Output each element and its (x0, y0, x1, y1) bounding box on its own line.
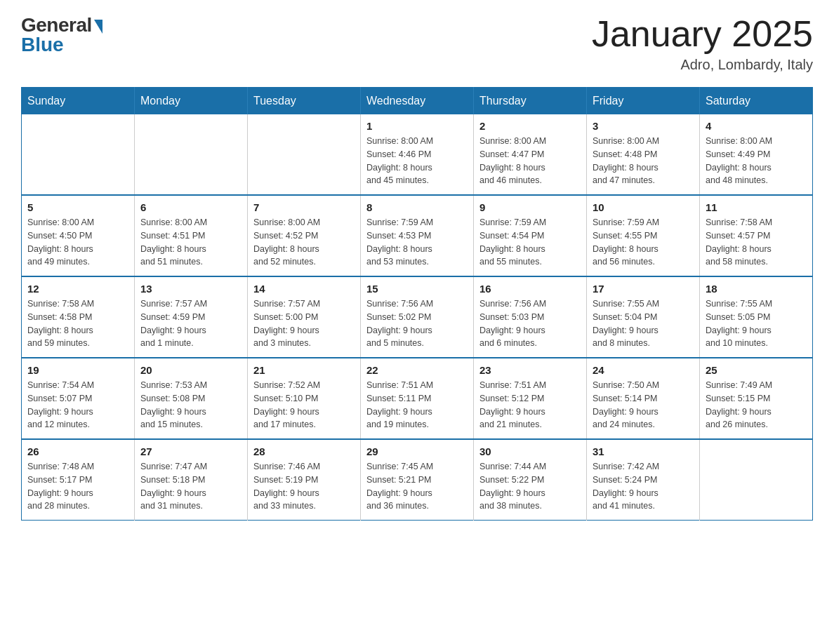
day-number: 5 (27, 201, 128, 213)
calendar-header-row: SundayMondayTuesdayWednesdayThursdayFrid… (22, 88, 813, 115)
day-info: Sunrise: 7:45 AMSunset: 5:21 PMDaylight:… (366, 460, 468, 513)
day-info: Sunrise: 7:53 AMSunset: 5:08 PMDaylight:… (140, 379, 241, 431)
day-number: 7 (253, 201, 355, 213)
day-info: Sunrise: 7:52 AMSunset: 5:10 PMDaylight:… (253, 379, 355, 431)
calendar-cell: 10Sunrise: 7:59 AMSunset: 4:55 PMDayligh… (587, 195, 700, 276)
calendar-cell: 26Sunrise: 7:48 AMSunset: 5:17 PMDayligh… (22, 439, 135, 521)
day-info: Sunrise: 7:58 AMSunset: 4:57 PMDaylight:… (706, 216, 807, 269)
calendar-week-row: 1Sunrise: 8:00 AMSunset: 4:46 PMDaylight… (22, 114, 813, 195)
day-info: Sunrise: 8:00 AMSunset: 4:52 PMDaylight:… (253, 216, 355, 269)
calendar-cell: 6Sunrise: 8:00 AMSunset: 4:51 PMDaylight… (135, 195, 248, 276)
calendar-day-header-friday: Friday (587, 88, 700, 115)
day-info: Sunrise: 8:00 AMSunset: 4:49 PMDaylight:… (706, 135, 807, 187)
day-info: Sunrise: 8:00 AMSunset: 4:48 PMDaylight:… (593, 135, 694, 187)
logo: General Blue (21, 14, 102, 56)
day-number: 19 (27, 364, 128, 376)
day-info: Sunrise: 8:00 AMSunset: 4:50 PMDaylight:… (27, 216, 128, 269)
calendar-cell: 7Sunrise: 8:00 AMSunset: 4:52 PMDaylight… (248, 195, 361, 276)
calendar-cell: 30Sunrise: 7:44 AMSunset: 5:22 PMDayligh… (474, 439, 587, 521)
day-number: 15 (366, 283, 468, 295)
calendar-cell: 5Sunrise: 8:00 AMSunset: 4:50 PMDaylight… (22, 195, 135, 276)
calendar-cell: 21Sunrise: 7:52 AMSunset: 5:10 PMDayligh… (248, 358, 361, 439)
day-number: 13 (140, 283, 241, 295)
day-info: Sunrise: 7:56 AMSunset: 5:03 PMDaylight:… (479, 297, 581, 350)
day-number: 24 (593, 364, 694, 376)
day-number: 28 (253, 445, 355, 457)
calendar-cell: 23Sunrise: 7:51 AMSunset: 5:12 PMDayligh… (474, 358, 587, 439)
day-number: 6 (140, 201, 241, 213)
day-info: Sunrise: 7:46 AMSunset: 5:19 PMDaylight:… (253, 460, 355, 513)
calendar-cell: 14Sunrise: 7:57 AMSunset: 5:00 PMDayligh… (248, 276, 361, 358)
calendar-cell: 24Sunrise: 7:50 AMSunset: 5:14 PMDayligh… (587, 358, 700, 439)
calendar-week-row: 12Sunrise: 7:58 AMSunset: 4:58 PMDayligh… (22, 276, 813, 358)
calendar-cell: 12Sunrise: 7:58 AMSunset: 4:58 PMDayligh… (22, 276, 135, 358)
day-number: 31 (593, 445, 694, 457)
calendar-cell: 8Sunrise: 7:59 AMSunset: 4:53 PMDaylight… (361, 195, 474, 276)
calendar-day-header-sunday: Sunday (22, 88, 135, 115)
calendar-day-header-tuesday: Tuesday (248, 88, 361, 115)
day-number: 12 (27, 283, 128, 295)
calendar-cell: 22Sunrise: 7:51 AMSunset: 5:11 PMDayligh… (361, 358, 474, 439)
calendar-cell: 27Sunrise: 7:47 AMSunset: 5:18 PMDayligh… (135, 439, 248, 521)
calendar-day-header-wednesday: Wednesday (361, 88, 474, 115)
day-number: 26 (27, 445, 128, 457)
calendar-cell: 19Sunrise: 7:54 AMSunset: 5:07 PMDayligh… (22, 358, 135, 439)
calendar-day-header-saturday: Saturday (700, 88, 813, 115)
day-number: 16 (479, 283, 581, 295)
calendar-week-row: 26Sunrise: 7:48 AMSunset: 5:17 PMDayligh… (22, 439, 813, 521)
day-info: Sunrise: 7:51 AMSunset: 5:12 PMDaylight:… (479, 379, 581, 431)
day-info: Sunrise: 8:00 AMSunset: 4:46 PMDaylight:… (366, 135, 468, 187)
day-number: 10 (593, 201, 694, 213)
day-number: 30 (479, 445, 581, 457)
calendar-cell (135, 114, 248, 195)
calendar-day-header-monday: Monday (135, 88, 248, 115)
calendar-cell: 15Sunrise: 7:56 AMSunset: 5:02 PMDayligh… (361, 276, 474, 358)
day-info: Sunrise: 7:59 AMSunset: 4:53 PMDaylight:… (366, 216, 468, 269)
day-number: 17 (593, 283, 694, 295)
day-number: 23 (479, 364, 581, 376)
logo-triangle-icon (94, 20, 102, 34)
day-info: Sunrise: 7:42 AMSunset: 5:24 PMDaylight:… (593, 460, 694, 513)
day-number: 18 (706, 283, 807, 295)
month-title: January 2025 (592, 14, 813, 54)
title-section: January 2025 Adro, Lombardy, Italy (592, 14, 813, 73)
day-number: 3 (593, 120, 694, 132)
day-info: Sunrise: 7:55 AMSunset: 5:04 PMDaylight:… (593, 297, 694, 350)
day-info: Sunrise: 8:00 AMSunset: 4:47 PMDaylight:… (479, 135, 581, 187)
day-info: Sunrise: 7:48 AMSunset: 5:17 PMDaylight:… (27, 460, 128, 513)
location-text: Adro, Lombardy, Italy (592, 57, 813, 73)
calendar-cell: 29Sunrise: 7:45 AMSunset: 5:21 PMDayligh… (361, 439, 474, 521)
day-info: Sunrise: 7:47 AMSunset: 5:18 PMDaylight:… (140, 460, 241, 513)
calendar-cell: 2Sunrise: 8:00 AMSunset: 4:47 PMDaylight… (474, 114, 587, 195)
day-info: Sunrise: 7:51 AMSunset: 5:11 PMDaylight:… (366, 379, 468, 431)
calendar-cell: 20Sunrise: 7:53 AMSunset: 5:08 PMDayligh… (135, 358, 248, 439)
day-info: Sunrise: 7:55 AMSunset: 5:05 PMDaylight:… (706, 297, 807, 350)
day-number: 2 (479, 120, 581, 132)
calendar-cell: 17Sunrise: 7:55 AMSunset: 5:04 PMDayligh… (587, 276, 700, 358)
day-number: 27 (140, 445, 241, 457)
day-number: 29 (366, 445, 468, 457)
logo-blue-text: Blue (21, 34, 64, 56)
day-info: Sunrise: 7:56 AMSunset: 5:02 PMDaylight:… (366, 297, 468, 350)
calendar-day-header-thursday: Thursday (474, 88, 587, 115)
day-number: 9 (479, 201, 581, 213)
day-number: 8 (366, 201, 468, 213)
day-number: 20 (140, 364, 241, 376)
day-number: 22 (366, 364, 468, 376)
day-number: 4 (706, 120, 807, 132)
day-number: 21 (253, 364, 355, 376)
calendar-week-row: 19Sunrise: 7:54 AMSunset: 5:07 PMDayligh… (22, 358, 813, 439)
calendar-cell: 18Sunrise: 7:55 AMSunset: 5:05 PMDayligh… (700, 276, 813, 358)
day-info: Sunrise: 8:00 AMSunset: 4:51 PMDaylight:… (140, 216, 241, 269)
calendar-table: SundayMondayTuesdayWednesdayThursdayFrid… (21, 87, 813, 521)
calendar-cell: 16Sunrise: 7:56 AMSunset: 5:03 PMDayligh… (474, 276, 587, 358)
calendar-cell: 25Sunrise: 7:49 AMSunset: 5:15 PMDayligh… (700, 358, 813, 439)
day-info: Sunrise: 7:44 AMSunset: 5:22 PMDaylight:… (479, 460, 581, 513)
day-number: 25 (706, 364, 807, 376)
day-info: Sunrise: 7:59 AMSunset: 4:54 PMDaylight:… (479, 216, 581, 269)
calendar-cell: 1Sunrise: 8:00 AMSunset: 4:46 PMDaylight… (361, 114, 474, 195)
calendar-cell: 28Sunrise: 7:46 AMSunset: 5:19 PMDayligh… (248, 439, 361, 521)
day-info: Sunrise: 7:58 AMSunset: 4:58 PMDaylight:… (27, 297, 128, 350)
day-number: 11 (706, 201, 807, 213)
calendar-week-row: 5Sunrise: 8:00 AMSunset: 4:50 PMDaylight… (22, 195, 813, 276)
